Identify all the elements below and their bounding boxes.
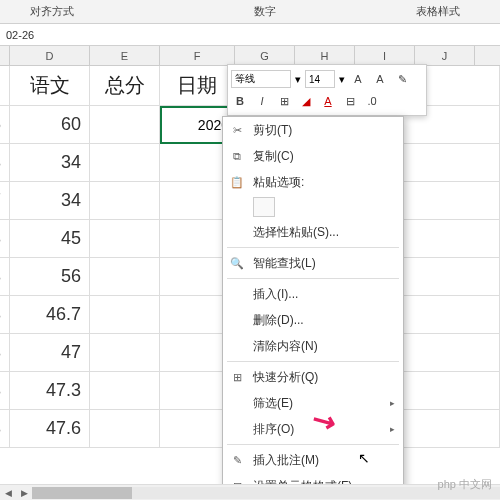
bold-button[interactable]: B [231,92,249,110]
increase-font-icon[interactable]: A [349,70,367,88]
header-yuwen[interactable]: 语文 [10,66,90,105]
format-group-label: 表格样式 [386,4,490,19]
mini-toolbar: 等线 ▾ 14 ▾ A A ✎ B I ⊞ ◢ A ⊟ .0 [227,64,427,116]
menu-copy[interactable]: ⧉复制(C) [223,143,403,169]
context-menu: ✂剪切(T) ⧉复制(C) 📋粘贴选项: 选择性粘贴(S)... 🔍智能查找(L… [222,116,404,500]
horizontal-scrollbar[interactable]: ◀ ▶ [0,484,500,500]
col-header-h[interactable]: H [295,46,355,65]
fill-color-button[interactable]: ◢ [297,92,315,110]
border-button[interactable]: ⊞ [275,92,293,110]
col-header-f[interactable]: F [160,46,235,65]
paste-option-icons [223,195,403,219]
number-group-label: 数字 [224,4,306,19]
comment-icon: ✎ [229,452,245,468]
font-size-select[interactable]: 14 [305,70,335,88]
formula-bar-value: 02-26 [6,29,34,41]
align-group-label: 对齐方式 [0,4,104,19]
col-header-d[interactable]: D [10,46,90,65]
ribbon-labels: 对齐方式 数字 表格样式 [0,0,500,24]
header-date[interactable]: 日期 [160,66,235,105]
merge-button[interactable]: ⊟ [341,92,359,110]
menu-paste-special[interactable]: 选择性粘贴(S)... [223,219,403,245]
scroll-track[interactable] [32,487,500,499]
scissors-icon: ✂ [229,122,245,138]
decimal-button[interactable]: .0 [363,92,381,110]
clipboard-icon: 📋 [229,174,245,190]
column-headers: D E F G H I J [0,46,500,66]
col-header-i[interactable]: I [355,46,415,65]
watermark: php 中文网 [438,477,492,492]
col-header-e[interactable]: E [90,46,160,65]
header-total[interactable]: 总分 [90,66,160,105]
format-painter-icon[interactable]: ✎ [393,70,411,88]
menu-insert[interactable]: 插入(I)... [223,281,403,307]
menu-quick-analysis[interactable]: ⊞快速分析(Q) [223,364,403,390]
menu-delete[interactable]: 删除(D)... [223,307,403,333]
paste-default-icon[interactable] [253,197,275,217]
scroll-right-icon[interactable]: ▶ [16,486,32,500]
scroll-left-icon[interactable]: ◀ [0,486,16,500]
col-spacer [0,46,10,65]
col-header-g[interactable]: G [235,46,295,65]
decrease-font-icon[interactable]: A [371,70,389,88]
menu-insert-comment[interactable]: ✎插入批注(M) [223,447,403,473]
dropdown-icon[interactable]: ▾ [339,73,345,86]
menu-clear[interactable]: 清除内容(N) [223,333,403,359]
scroll-thumb[interactable] [32,487,132,499]
menu-cut[interactable]: ✂剪切(T) [223,117,403,143]
menu-separator [227,278,399,279]
dropdown-icon[interactable]: ▾ [295,73,301,86]
analysis-icon: ⊞ [229,369,245,385]
col-header-j[interactable]: J [415,46,475,65]
italic-button[interactable]: I [253,92,271,110]
font-color-button[interactable]: A [319,92,337,110]
font-select[interactable]: 等线 [231,70,291,88]
menu-paste-options-label: 📋粘贴选项: [223,169,403,195]
menu-separator [227,247,399,248]
copy-icon: ⧉ [229,148,245,164]
lookup-icon: 🔍 [229,255,245,271]
menu-sort[interactable]: 排序(O) [223,416,403,442]
menu-separator [227,444,399,445]
formula-bar[interactable]: 02-26 [0,24,500,46]
menu-separator [227,361,399,362]
menu-smart-lookup[interactable]: 🔍智能查找(L) [223,250,403,276]
menu-filter[interactable]: 筛选(E) [223,390,403,416]
